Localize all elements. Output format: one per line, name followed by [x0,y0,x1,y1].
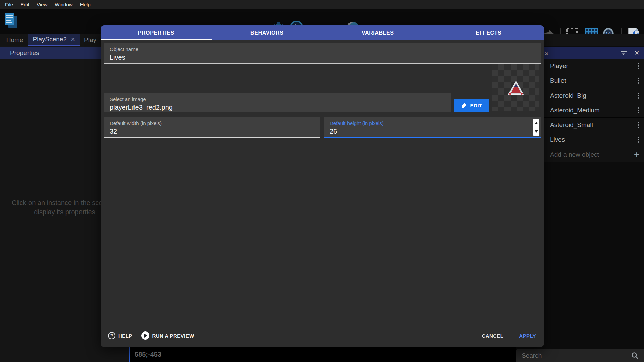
default-width-input[interactable] [110,128,305,135]
plus-icon[interactable]: + [634,149,639,160]
scene-status-strip: 585;-453 [129,347,516,362]
apply-button[interactable]: APPLY [519,333,536,339]
object-label: Player [550,62,568,70]
default-width-field: Default width (in pixels) [104,117,320,138]
object-row-asteroid-medium[interactable]: Asteroid_Medium [544,103,644,118]
object-label: Bullet [550,77,566,84]
objects-panel-title-fragment: s [545,49,548,57]
tab-home-label: Home [6,36,23,44]
menu-help[interactable]: Help [76,2,94,7]
image-select-label: Select an image [110,96,146,102]
objects-search-bar [516,349,644,362]
stepper-up-icon[interactable] [535,122,538,124]
object-label: Lives [550,136,565,143]
help-question-icon: ? [108,332,115,339]
dialog-tab-bar: PROPERTIES BEHAVIORS VARIABLES EFFECTS [101,25,544,40]
gdevelop-window: File Edit View Window Help [0,0,644,362]
image-select-field: Select an image [104,93,451,112]
kebab-menu-icon[interactable] [638,107,639,113]
menu-edit[interactable]: Edit [17,2,33,7]
kebab-menu-icon[interactable] [638,93,639,99]
tab-playscene2-label: PlayScene2 [33,36,67,43]
object-name-label: Object name [110,46,138,52]
close-tab-icon[interactable]: ✕ [71,36,75,43]
filter-icon[interactable] [620,50,627,56]
default-height-label: Default height (in pixels) [330,120,384,126]
kebab-menu-icon[interactable] [638,63,639,69]
dialog-tab-effects[interactable]: EFFECTS [433,25,544,40]
object-row-bullet[interactable]: Bullet [544,73,644,88]
default-height-field: Default height (in pixels) [324,117,541,138]
run-play-icon [141,331,149,340]
menu-bar: File Edit View Window Help [0,0,644,9]
search-input[interactable] [516,352,631,359]
object-label: Asteroid_Big [550,92,586,99]
default-height-input[interactable] [330,128,525,135]
run-a-preview-button[interactable]: RUN A PREVIEW [141,331,194,340]
close-panel-icon[interactable]: ✕ [634,49,639,57]
run-a-preview-label: RUN A PREVIEW [152,333,194,339]
cursor-coordinates: 585;-453 [135,351,161,358]
object-row-player[interactable]: Player [544,59,644,73]
help-button[interactable]: ? HELP [108,332,132,339]
object-name-input[interactable] [110,54,503,61]
edit-image-button[interactable]: EDIT [454,99,489,112]
image-preview-thumbnail[interactable] [492,64,539,111]
project-manager-icon[interactable] [4,12,18,28]
ship-sprite-icon [508,81,524,95]
object-name-field: Object name [104,43,541,64]
object-row-lives[interactable]: Lives [544,132,644,147]
image-name-input[interactable] [110,104,422,111]
stepper-down-icon[interactable] [535,130,538,133]
help-label: HELP [118,333,132,339]
object-row-asteroid-small[interactable]: Asteroid_Small [544,118,644,132]
tab-playscene2[interactable]: PlayScene2 ✕ [28,34,80,46]
default-width-label: Default width (in pixels) [110,120,162,126]
objects-panel: s ✕ Player Bullet Asteroid_Big [544,46,644,362]
kebab-menu-icon[interactable] [638,137,639,143]
kebab-menu-icon[interactable] [638,122,639,128]
add-new-object-label: Add a new object [550,151,599,158]
menu-file[interactable]: File [1,2,17,7]
object-editor-dialog: PROPERTIES BEHAVIORS VARIABLES EFFECTS O… [101,25,544,347]
object-label: Asteroid_Small [550,121,593,129]
paintbrush-icon [461,103,467,109]
edit-image-label: EDIT [470,103,482,108]
object-row-asteroid-big[interactable]: Asteroid_Big [544,88,644,103]
height-stepper[interactable] [533,119,539,136]
tab-play-label: Play [84,36,96,44]
objects-list: Player Bullet Asteroid_Big Asteroid_Medi… [544,59,644,162]
add-new-object-row[interactable]: Add a new object + [544,147,644,162]
menu-window[interactable]: Window [51,2,76,7]
search-icon[interactable] [631,352,639,359]
object-label: Asteroid_Medium [550,107,600,114]
kebab-menu-icon[interactable] [638,78,639,84]
objects-panel-header: s ✕ [544,47,644,59]
dialog-actions-bar: ? HELP RUN A PREVIEW CANCEL APPLY [108,329,536,342]
menu-view[interactable]: View [33,2,51,7]
cancel-button[interactable]: CANCEL [482,333,503,339]
dialog-tab-behaviors[interactable]: BEHAVIORS [212,25,323,40]
tab-home[interactable]: Home [2,34,28,46]
dialog-tab-properties[interactable]: PROPERTIES [101,25,212,40]
dialog-tab-variables[interactable]: VARIABLES [322,25,433,40]
